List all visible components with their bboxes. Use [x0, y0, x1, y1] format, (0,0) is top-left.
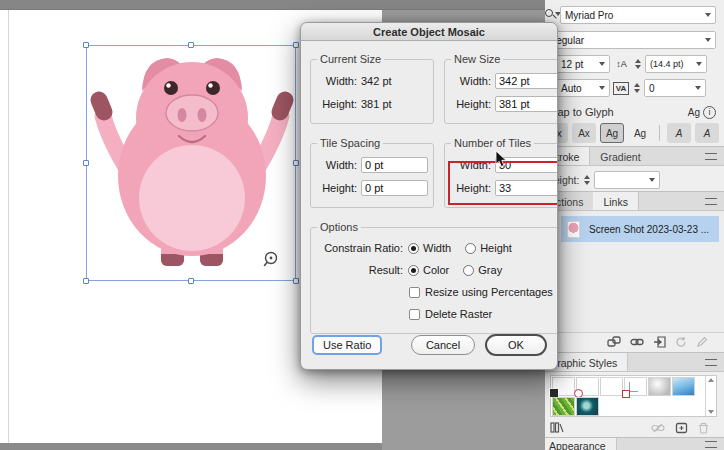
ok-button[interactable]: OK	[485, 334, 547, 356]
appearance-tabbar: Appearance	[539, 437, 724, 450]
number-of-tiles-legend: Number of Tiles	[451, 137, 534, 149]
chevron-down-icon[interactable]	[705, 13, 711, 17]
panel-menu-icon[interactable]	[705, 153, 717, 160]
snap-option-button-selected[interactable]: Ag	[600, 123, 624, 143]
selection-handle-top-left[interactable]	[83, 42, 89, 48]
leading-select[interactable]: (14.4 pt)	[645, 55, 707, 73]
graphic-style-swatch-blue-gradient[interactable]	[672, 377, 695, 396]
graphic-style-swatch-stroke[interactable]	[624, 377, 647, 396]
relink-from-cc-libraries-icon[interactable]	[607, 336, 621, 348]
radio-icon[interactable]	[463, 265, 474, 276]
constrain-height-option[interactable]: Height	[465, 242, 512, 254]
styles-library-icon[interactable]	[550, 421, 565, 434]
new-width-input[interactable]	[495, 73, 558, 89]
update-link-icon[interactable]	[675, 336, 687, 348]
kerning-select[interactable]: Auto	[556, 79, 610, 97]
selection-handle-top-right[interactable]	[293, 42, 299, 48]
selection-handle-bottom-center[interactable]	[188, 278, 194, 284]
result-color-label: Color	[423, 264, 449, 276]
go-to-link-icon[interactable]	[653, 336, 666, 348]
selection-bounding-box[interactable]	[86, 45, 296, 281]
chevron-down-icon[interactable]	[599, 62, 605, 66]
font-size-select[interactable]: 12 pt	[556, 55, 610, 73]
snap-option-button[interactable]: A	[695, 123, 719, 143]
tile-spacing-width-input[interactable]	[361, 157, 428, 173]
chevron-down-icon[interactable]	[696, 62, 702, 66]
tab-appearance[interactable]: Appearance	[539, 438, 617, 450]
unlink-style-icon[interactable]	[651, 423, 665, 433]
tile-spacing-height-label: Height:	[316, 182, 357, 194]
panel-menu-icon[interactable]	[705, 198, 717, 205]
relink-icon[interactable]	[630, 337, 644, 347]
selection-handle-top-center[interactable]	[188, 42, 194, 48]
cancel-button[interactable]: Cancel	[411, 335, 475, 355]
info-icon[interactable]: i	[703, 106, 716, 119]
radio-selected-icon[interactable]	[408, 265, 419, 276]
tab-links[interactable]: Links	[593, 192, 639, 210]
snap-option-button[interactable]: Ax	[572, 123, 596, 143]
chevron-down-icon[interactable]	[695, 86, 701, 90]
tracking-stepper[interactable]	[632, 80, 641, 96]
graphic-styles-scrollbar[interactable]	[705, 376, 716, 416]
dialog-title[interactable]: Create Object Mosaic	[301, 23, 557, 41]
selection-handle-bottom-left[interactable]	[83, 278, 89, 284]
graphic-style-swatch-default[interactable]	[552, 377, 575, 396]
chevron-down-icon[interactable]	[599, 86, 605, 90]
new-size-legend: New Size	[451, 53, 503, 65]
create-object-mosaic-dialog: Create Object Mosaic Current Size Width:…	[300, 22, 558, 370]
size-leading-row: 12 pt ↕A (14.4 pt)	[539, 55, 724, 73]
selection-handle-middle-right[interactable]	[293, 160, 299, 166]
panel-menu-icon[interactable]	[705, 441, 717, 448]
graphic-style-swatch-no-style[interactable]	[576, 377, 599, 396]
font-style-select[interactable]: Regular	[544, 31, 716, 49]
panel-menu-icon[interactable]	[705, 359, 717, 366]
scroll-down-icon[interactable]	[708, 410, 714, 414]
snap-glyph-toggle-icon[interactable]: Ag	[688, 107, 700, 118]
weight-stepper[interactable]	[582, 172, 591, 188]
checkbox-icon[interactable]	[409, 287, 420, 298]
delete-raster-row[interactable]: Delete Raster	[409, 306, 558, 322]
checkbox-icon[interactable]	[409, 309, 420, 320]
delete-style-icon[interactable]	[698, 422, 709, 434]
scroll-up-icon[interactable]	[708, 378, 714, 382]
new-height-input[interactable]	[495, 96, 558, 112]
font-family-value: Myriad Pro	[565, 10, 613, 21]
radio-icon[interactable]	[465, 243, 476, 254]
leading-value: (14.4 pt)	[650, 59, 684, 69]
number-of-tiles-group: Number of Tiles Width: Height:	[444, 137, 558, 208]
tiles-height-input[interactable]	[495, 180, 558, 196]
use-ratio-button[interactable]: Use Ratio	[312, 335, 382, 355]
constrain-ratio-label: Constrain Ratio:	[315, 242, 403, 254]
search-icon[interactable]	[544, 8, 557, 22]
link-thumbnail	[567, 221, 580, 238]
radio-selected-icon[interactable]	[408, 243, 419, 254]
leading-stepper[interactable]	[633, 56, 642, 72]
link-item-row[interactable]: Screen Shot 2023-03-23 ...	[561, 216, 719, 242]
chevron-down-icon[interactable]	[649, 178, 655, 182]
tracking-select[interactable]: 0	[644, 79, 706, 97]
font-family-input[interactable]: Myriad Pro	[560, 6, 716, 24]
weight-select[interactable]	[594, 171, 660, 189]
selection-handle-middle-left[interactable]	[83, 160, 89, 166]
canvas-edge-line	[8, 10, 9, 444]
constrain-width-option[interactable]: Width	[408, 242, 451, 254]
current-size-legend: Current Size	[317, 53, 384, 65]
pig-illustration[interactable]	[87, 46, 297, 282]
tab-gradient[interactable]: Gradient	[590, 147, 650, 165]
graphic-style-swatch-plain[interactable]	[600, 377, 623, 396]
selection-handle-bottom-right[interactable]	[293, 278, 299, 284]
result-color-option[interactable]: Color	[408, 264, 449, 276]
graphic-style-swatch-gray-gradient[interactable]	[648, 377, 671, 396]
snap-option-button[interactable]: Ag	[628, 123, 652, 143]
edit-original-icon[interactable]	[696, 336, 708, 348]
actions-links-tabbar: Actions Links	[539, 191, 724, 211]
resize-percentages-row[interactable]: Resize using Percentages	[409, 284, 558, 300]
result-gray-option[interactable]: Gray	[463, 264, 502, 276]
new-graphic-style-icon[interactable]	[675, 422, 688, 434]
snap-option-button[interactable]: A	[667, 123, 691, 143]
graphic-style-swatch-teal-swirl[interactable]	[576, 397, 599, 416]
tile-spacing-height-input[interactable]	[361, 180, 428, 196]
tile-spacing-height-row: Height:	[316, 179, 428, 196]
chevron-down-icon[interactable]	[705, 38, 711, 42]
graphic-style-swatch-green-texture[interactable]	[552, 397, 575, 416]
